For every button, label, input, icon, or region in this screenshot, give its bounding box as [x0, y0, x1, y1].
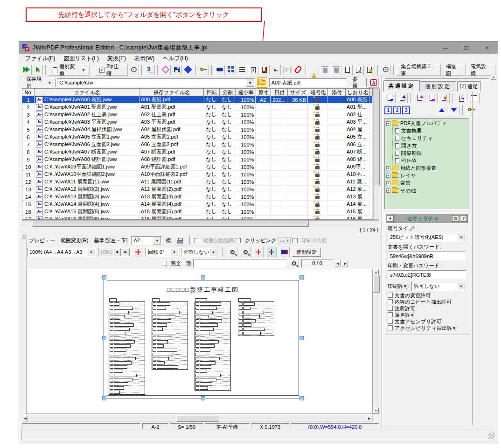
individual-convert-button[interactable]: 個別変換▼	[49, 64, 90, 76]
print-order-checkbox[interactable]	[292, 238, 298, 243]
next-result-button[interactable]: ▶	[342, 260, 348, 266]
clip-shape-dropdown[interactable]: ▭ ▾	[278, 237, 291, 244]
doc-number-button[interactable]: 1	[248, 65, 258, 75]
table-row[interactable]: 6JwC:¥sample¥Jw¥A05 立面図1.jwwA05 立面図1.pdf…	[22, 133, 373, 141]
chevron-down-icon[interactable]: ▼	[246, 79, 254, 87]
open-password-input[interactable]	[388, 252, 466, 260]
print-button[interactable]	[175, 235, 185, 245]
tree-item[interactable]: +背景	[386, 179, 469, 187]
zoom-out-button[interactable]: −	[240, 247, 250, 257]
copy-settings-button[interactable]	[468, 93, 480, 103]
column-header[interactable]: レイ	[370, 89, 373, 96]
table-row[interactable]: 1JwC:¥sample¥Jw¥A00 表紙.jwwA00 表紙.pdfなしなし…	[22, 96, 373, 104]
fit-image-button[interactable]	[279, 247, 290, 257]
tab-common-settings[interactable]: 共通設定	[383, 80, 420, 91]
selection-handle[interactable]	[102, 336, 106, 340]
scrollbar-thumb[interactable]	[374, 89, 380, 185]
scrollbar-thumb[interactable]	[373, 276, 380, 293]
load-settings-button[interactable]	[384, 93, 396, 103]
preview-horizontal-scrollbar[interactable]: ◀ ▶	[22, 415, 373, 421]
menu-item[interactable]: ヘルプ(H)	[159, 54, 192, 63]
follow-toggle[interactable]: ✓ 追従	[457, 81, 481, 91]
table-vertical-scrollbar[interactable]	[373, 88, 379, 220]
move-down-button[interactable]	[448, 105, 459, 115]
column-header[interactable]: 保存ファイル名	[139, 89, 204, 96]
clear-list-button[interactable]	[160, 65, 171, 75]
tree-item-root[interactable]: −PDF文書プロパティ	[386, 119, 469, 127]
column-header[interactable]: 縮小率	[236, 89, 256, 96]
key-button[interactable]	[199, 65, 209, 75]
scrollbar-thumb[interactable]	[176, 415, 219, 422]
scroll-left-icon[interactable]: ◀	[22, 415, 28, 421]
menu-item[interactable]: 変換(E)	[103, 54, 130, 63]
selection-handle[interactable]	[102, 275, 106, 280]
rotate-combo[interactable]: 回転 0° ▼	[146, 248, 179, 257]
minimize-button[interactable]: ─	[435, 42, 456, 54]
follow-checkbox[interactable]: ✓	[460, 84, 466, 89]
table-row[interactable]: 11JwC:¥..¥Jw¥A10平面詳細図2.jwwA10平面詳細図2.pdfな…	[22, 171, 373, 178]
save-list-button[interactable]	[172, 65, 182, 75]
scroll-down-icon[interactable]: ▼	[373, 407, 379, 413]
column-header[interactable]: 添付	[328, 89, 346, 96]
clear-settings-button[interactable]: ×	[438, 93, 450, 103]
save-filename-input[interactable]	[269, 78, 347, 87]
table-row[interactable]: 3JwC:¥sample¥Jw¥A02 仕上表.jwwA02 仕上表.pdfなし…	[22, 111, 373, 119]
move-origin-button[interactable]	[133, 247, 143, 257]
option-checkbox[interactable]	[388, 306, 393, 311]
option-checkbox[interactable]	[388, 325, 393, 330]
search-input[interactable]	[193, 259, 286, 268]
table-row[interactable]: 10JwC:¥..¥Jw¥A09平面詳細図1.jwwA09平面詳細図1.pdfな…	[22, 163, 373, 171]
thumbnails-button[interactable]	[226, 65, 236, 75]
selection-handle[interactable]	[201, 275, 205, 280]
print-permission-combo[interactable]: 許可しない ▼	[411, 282, 466, 291]
chevron-down-icon[interactable]: ▼	[153, 237, 161, 245]
table-row[interactable]: 7JwC:¥sample¥Jw¥A06 立面図2.jwwA06 立面図2.pdf…	[22, 141, 373, 148]
save-settings-button[interactable]	[397, 93, 408, 103]
table-row[interactable]: 8JwC:¥sample¥Jw¥A07 断面図.jwwA07 断面図.pdfなし…	[22, 148, 373, 156]
jw-doc-button[interactable]: Jw	[456, 93, 467, 103]
fit-range-button[interactable]	[253, 247, 264, 257]
page-button-1[interactable]: 1	[384, 106, 392, 114]
open-folder-button[interactable]	[257, 77, 267, 88]
fit-page-button[interactable]	[266, 247, 277, 257]
find-button[interactable]	[215, 65, 225, 75]
spin-right-icon[interactable]: ▶	[122, 248, 130, 256]
selection-handle[interactable]	[299, 396, 304, 400]
table-row[interactable]: 9JwC:¥sample¥Jw¥A08 矩計図.jwwA08 矩計図.pdfなし…	[22, 156, 373, 163]
edit-password-input[interactable]	[388, 270, 466, 279]
encryption-type-combo[interactable]: 256ビット暗号化(AES) ▼	[388, 233, 466, 242]
table-horizontal-scrollbar[interactable]	[22, 220, 379, 226]
range-change-button[interactable]: 範囲変更(R)	[59, 237, 90, 244]
option-checkbox[interactable]	[388, 293, 393, 298]
tree-item[interactable]: +用紙と図形要素	[386, 164, 469, 172]
upload-button[interactable]	[354, 65, 364, 75]
menu-item[interactable]: 図面リスト(L)	[59, 54, 103, 63]
attach-button[interactable]	[293, 65, 303, 75]
page-button-2[interactable]: 2	[393, 106, 401, 114]
spin-left-icon[interactable]: ◀	[113, 248, 121, 256]
zip-compress-toggle[interactable]: ✓Zip圧縮	[95, 64, 128, 76]
chevron-down-icon[interactable]: ▼	[457, 233, 465, 241]
convert-selected-button[interactable]	[33, 65, 43, 75]
column-header[interactable]: No.	[22, 89, 35, 96]
table-row[interactable]: 5JwC:¥sample¥Jw¥A04 屋根伏図.jwwA04 屋根伏図.pdf…	[22, 126, 373, 133]
option-checkbox[interactable]	[388, 319, 393, 324]
prev-result-button[interactable]: ◀	[335, 260, 341, 266]
expand-icon[interactable]: +	[386, 166, 390, 170]
table-row[interactable]: 13JwC:¥..¥Jw¥A12 展開図(2).jwwA12 展開図(2).pd…	[22, 186, 373, 193]
import-button[interactable]: ⇤	[271, 65, 281, 75]
page-button-3[interactable]: 3	[402, 106, 410, 114]
scroll-up-icon[interactable]: ▲	[373, 269, 379, 275]
option-checkbox[interactable]	[388, 312, 393, 317]
selection-handle[interactable]	[102, 396, 106, 400]
preview-vertical-scrollbar[interactable]: ▲ ▼	[373, 269, 379, 414]
paste-down-button[interactable]	[426, 93, 438, 103]
tree-item[interactable]: 文書概要	[395, 127, 469, 134]
option-checkbox[interactable]	[388, 299, 393, 304]
collapse-icon[interactable]: −	[386, 121, 390, 126]
split-combo[interactable]: 分割しない ▼	[181, 248, 218, 257]
close-icon[interactable]: ×	[491, 75, 496, 80]
table-row[interactable]: 12JwC:¥..¥Jw¥A11 展開図(1).jwwA11 展開図(1).pd…	[22, 178, 373, 186]
doc-save-button[interactable]	[259, 65, 270, 75]
save-location-button[interactable]: 保存場所 ▼	[22, 78, 56, 87]
